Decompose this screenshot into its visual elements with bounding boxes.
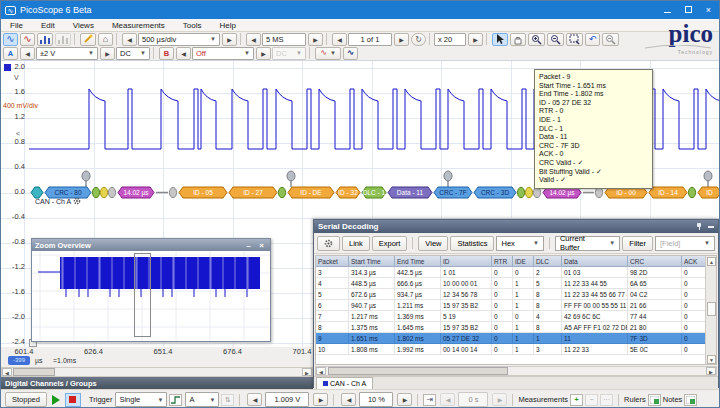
edit-measurement-icon[interactable]: − bbox=[585, 394, 598, 406]
b-coupling-select[interactable]: DC▼ bbox=[272, 47, 306, 60]
packet-marker-icon[interactable] bbox=[704, 171, 712, 181]
zoom-factor-field[interactable]: x 20 bbox=[434, 33, 466, 46]
delete-measurement-icon[interactable]: ⋯ bbox=[600, 394, 613, 406]
zoom-overview-titlebar[interactable]: Zoom Overview – × bbox=[32, 239, 270, 251]
decode-bit-dot[interactable] bbox=[100, 187, 107, 197]
zoom-factor-next-icon[interactable]: ▶ bbox=[468, 33, 483, 46]
channel-b-button[interactable]: B bbox=[159, 47, 174, 60]
filter-button[interactable]: Filter bbox=[622, 236, 653, 251]
table-hscroll-thumb[interactable] bbox=[328, 367, 508, 375]
table-scroll-down-icon[interactable]: ▼ bbox=[707, 355, 716, 364]
panel-minimize-icon[interactable] bbox=[708, 226, 714, 228]
scroll-left-icon[interactable]: ◀ bbox=[2, 368, 12, 376]
statistics-button[interactable]: Statistics bbox=[450, 236, 494, 251]
buffer-prev-icon[interactable]: ◀ bbox=[332, 33, 347, 46]
column-header[interactable]: DLC bbox=[534, 256, 562, 267]
setup-wizard-icon[interactable] bbox=[80, 33, 96, 46]
timebase-prev-icon[interactable]: ◀ bbox=[122, 33, 137, 46]
decode-bit-dot[interactable] bbox=[595, 187, 602, 197]
a-range-prev-icon[interactable]: ◀ bbox=[20, 47, 35, 60]
view-button[interactable]: View bbox=[418, 236, 448, 251]
pretrigger-field[interactable]: 10 % bbox=[359, 392, 393, 407]
menu-help[interactable]: Help bbox=[211, 21, 245, 30]
table-scroll-thumb[interactable] bbox=[707, 302, 716, 316]
zoom-region-rect[interactable] bbox=[134, 253, 151, 337]
table-scroll-right-icon[interactable]: ▶ bbox=[706, 367, 716, 375]
persistence-view-icon[interactable]: ∿ bbox=[20, 33, 35, 46]
digital-channels-bar[interactable]: Digital Channels / Groups bbox=[1, 377, 313, 389]
trigger-level-up-icon[interactable]: ▶ bbox=[313, 393, 328, 406]
packet-marker-icon[interactable] bbox=[444, 171, 452, 181]
pin-icon[interactable] bbox=[696, 223, 703, 230]
channel-a-button[interactable]: A bbox=[3, 47, 18, 60]
delay-up-icon[interactable]: ▶ bbox=[492, 393, 507, 406]
format-select[interactable]: Hex▼ bbox=[496, 236, 544, 251]
column-header[interactable]: RTR bbox=[492, 256, 513, 267]
buffer-next-icon[interactable]: ▶ bbox=[394, 33, 409, 46]
decode-bit-dot[interactable] bbox=[278, 187, 285, 197]
a-coupling-select[interactable]: DC▼ bbox=[116, 47, 150, 60]
samples-select[interactable]: 5 MS bbox=[262, 33, 306, 46]
table-horizontal-scrollbar[interactable]: ◀ ▶ bbox=[315, 366, 717, 376]
a-range-select[interactable]: ±2 V▼ bbox=[36, 47, 98, 60]
delay-field[interactable]: 0 s bbox=[458, 392, 488, 407]
column-header[interactable]: Start Time bbox=[349, 256, 395, 267]
graph-horizontal-scrollbar[interactable]: ◀ ▶ bbox=[1, 367, 313, 377]
scroll-thumb[interactable] bbox=[13, 368, 55, 376]
menu-edit[interactable]: Edit bbox=[32, 21, 64, 30]
menu-file[interactable]: File bbox=[1, 21, 32, 30]
b-range-select[interactable]: Off▼ bbox=[192, 47, 254, 60]
scroll-right-icon[interactable]: ▶ bbox=[302, 368, 312, 376]
zoom-overview-minimize-icon[interactable]: – bbox=[243, 241, 254, 250]
start-capture-icon[interactable] bbox=[52, 395, 60, 405]
advanced-trigger-icon[interactable]: ⇅ bbox=[221, 394, 234, 406]
decode-bit-dot[interactable] bbox=[525, 187, 532, 197]
samples-prev-icon[interactable]: ◀ bbox=[246, 33, 261, 46]
marquee-zoom-tool-icon[interactable] bbox=[566, 33, 583, 46]
decode-channel-label[interactable]: CAN - Ch A bbox=[35, 197, 81, 205]
menu-tools[interactable]: Tools bbox=[174, 21, 211, 30]
b-range-prev-icon[interactable]: ◀ bbox=[176, 47, 191, 60]
timebase-select[interactable]: 500 µs/div▼ bbox=[138, 33, 220, 46]
column-header[interactable]: CRC bbox=[628, 256, 682, 267]
tab-can-ch-a[interactable]: CAN - Ch A bbox=[316, 377, 373, 389]
trigger-level-field[interactable]: 1.009 V bbox=[265, 392, 309, 407]
menu-measurements[interactable]: Measurements bbox=[103, 21, 174, 30]
serial-decoding-titlebar[interactable]: Serial Decoding bbox=[314, 220, 718, 233]
pretrigger-up-icon[interactable]: ▶ bbox=[397, 393, 412, 406]
zoom-in-tool-icon[interactable] bbox=[528, 33, 545, 46]
scope-view-icon[interactable]: ∿ bbox=[3, 33, 18, 46]
minimize-icon[interactable] bbox=[664, 5, 671, 15]
undo-zoom-icon[interactable]: ↶ bbox=[585, 33, 600, 46]
samples-next-icon[interactable]: ▶ bbox=[308, 33, 323, 46]
zoom-overview-window[interactable]: Zoom Overview – × bbox=[31, 238, 271, 342]
notes-icon[interactable] bbox=[684, 394, 697, 406]
decode-bit-dot[interactable] bbox=[92, 187, 99, 197]
normal-selection-tool-icon[interactable] bbox=[492, 33, 508, 46]
spectrum-view-icon[interactable] bbox=[37, 33, 53, 46]
close-icon[interactable]: × bbox=[706, 5, 711, 15]
rulers-icon[interactable] bbox=[648, 394, 661, 406]
signal-generator-icon[interactable]: ∿▼ bbox=[315, 47, 341, 60]
zoom-out-tool-icon[interactable] bbox=[547, 33, 564, 46]
decode-bit-dot[interactable] bbox=[533, 187, 540, 197]
stop-capture-icon[interactable] bbox=[65, 393, 81, 407]
packet-marker-icon[interactable] bbox=[82, 171, 90, 181]
decode-bit-dot[interactable] bbox=[517, 187, 524, 197]
add-measurement-icon[interactable]: + bbox=[570, 394, 583, 406]
delay-down-icon[interactable]: ◀ bbox=[440, 393, 455, 406]
table-scroll-up-icon[interactable]: ▲ bbox=[707, 257, 716, 266]
decode-bit-dot[interactable] bbox=[169, 187, 176, 197]
column-header[interactable]: Packet bbox=[316, 256, 349, 267]
alarms-view-icon[interactable] bbox=[55, 33, 71, 46]
column-header[interactable]: Data bbox=[562, 256, 628, 267]
export-button[interactable]: Export bbox=[372, 236, 408, 251]
trigger-source-select[interactable]: A▼ bbox=[185, 392, 219, 407]
table-vertical-scrollbar[interactable]: ▲ ▼ bbox=[705, 256, 716, 365]
gear-icon[interactable] bbox=[73, 197, 81, 205]
timebase-next-icon[interactable]: ▶ bbox=[222, 33, 237, 46]
a-range-next-icon[interactable]: ▶ bbox=[100, 47, 115, 60]
zoom-full-icon[interactable] bbox=[602, 33, 619, 46]
decode-settings-gear-icon[interactable] bbox=[317, 236, 340, 251]
home-icon[interactable]: ⌂ bbox=[98, 33, 113, 46]
